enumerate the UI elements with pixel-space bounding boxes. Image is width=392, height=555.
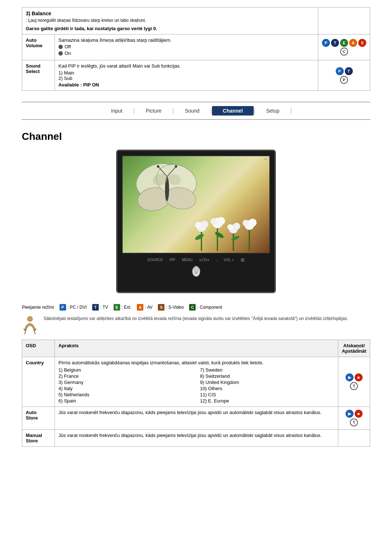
legend-s: S : S-Video [158,304,184,311]
legend-badge-t: T [92,304,99,311]
tv-controls-bar: SOURCE PIP MENU ∨CH∧ - VOL + ⊞ [122,257,270,263]
country-icons: ▶ ■ T [338,357,370,407]
country-list: 1) Belgium 7) Sweden 2) France 8) Switze… [58,367,334,404]
sound-select-items: 1) Main 2) Sub Available : PIP ON [58,70,314,88]
tv-dot [265,158,266,160]
svg-point-22 [228,224,233,230]
warning-icon-svg [22,316,38,334]
svg-point-16 [195,222,201,228]
country-item-5: 9) United Kingdom [200,380,334,385]
badge-p: P [322,39,330,47]
legend-e: E : Ext. [114,304,131,311]
legend-badge-c: C [189,304,196,311]
svg-point-33 [194,272,195,273]
auto-store-row: Auto Store Jūs varat noskenēt frekvenču … [22,407,370,430]
badge-s: S [358,39,366,47]
header-atskanot: Atskaņot/ Apstādināt [338,340,370,357]
country-label: Country [22,357,55,407]
radio-dot-off [58,45,63,49]
badge-p2: P [336,67,344,75]
auto-volume-icons: P T E A S C [318,35,370,60]
pteas-badge-group: P T E A S C [322,39,366,56]
badge-e: E [340,39,348,47]
legend-c: C : Component [189,304,222,311]
auto-store-play-badge: ▶ [346,410,354,418]
radio-dot-on [58,51,63,56]
p-badge-group: P T P [322,67,366,84]
svg-point-17 [201,220,208,228]
auto-store-badge-row1: ▶ ■ [346,410,363,418]
svg-point-23 [233,223,240,230]
header-apraksts: Apraksts [55,340,338,357]
remote-svg [190,264,203,277]
manual-store-row: Manual Store Jūs varat noskenēt frekvenč… [22,430,370,447]
svg-point-26 [249,219,257,227]
tv-vol-btn[interactable]: VOL + [224,258,234,262]
svg-point-32 [195,272,197,274]
country-item-7: 10) Others [200,386,334,391]
tv-source-btn[interactable]: SOURCE [147,258,163,262]
balance-title: 3) Balance [26,11,314,16]
svg-point-28 [214,231,224,239]
badge-c: C [340,48,348,56]
header-osd: OSD [22,340,55,357]
auto-volume-desc: Samazina skaļuma līmeņa atšķirības starp… [55,35,318,60]
tv-menu-btn[interactable]: MENU [182,258,192,262]
sound-select-icons: P T P [318,60,370,91]
country-play-badge: ▶ [346,373,354,381]
legend-badge-e: E [114,304,120,311]
auto-store-desc: Jūs varat noskenēt frekvenču diapazonu, … [55,407,338,430]
channel-table: OSD Apraksts Atskaņot/ Apstādināt Countr… [22,340,370,447]
svg-point-19 [211,218,217,225]
legend-a-desc: : AV [145,305,152,310]
butterfly-svg [134,162,199,216]
svg-point-20 [217,217,225,225]
legend-c-desc: : Component [197,305,222,310]
svg-point-8 [175,165,177,168]
nav-input[interactable]: Input [100,106,133,116]
nav-sound[interactable]: Sound [174,106,210,116]
badge-row-2: C [340,48,348,56]
legend-badge-s: S [158,304,164,311]
legend-a: A : AV [137,304,152,311]
flowers-svg [189,209,269,253]
svg-line-37 [25,331,26,334]
country-item-0: 1) Belgium [58,367,193,373]
tv-ch-btn[interactable]: ∨CH∧ [199,258,209,262]
auto-volume-label: Auto Volume [22,35,55,60]
legend-t-desc: : TV [100,305,108,310]
tv-dash: - [216,258,217,262]
auto-volume-off: Off [58,44,314,49]
country-desc: Pirms automātiskās saglabāšanas iespējas… [55,357,338,407]
auto-store-stop-badge: ■ [355,410,363,418]
country-item-8: 5) Netherlands [58,392,193,397]
nav-picture[interactable]: Picture [135,106,172,116]
badge-t2: T [345,67,353,75]
tv-frame: SOURCE PIP MENU ∨CH∧ - VOL + ⊞ [116,150,276,293]
country-row: Country Pirms automātiskās saglabāšanas … [22,357,370,407]
nav-setup[interactable]: Setup [255,106,290,116]
svg-line-38 [34,331,36,334]
tv-icon-btn[interactable]: ⊞ [241,257,245,263]
nav-channel[interactable]: Channel [212,106,254,116]
badge-row-p1: P T [336,67,353,75]
legend-p: P : PC / DVI [60,304,87,311]
badge-a: A [349,39,357,47]
svg-point-34 [197,272,199,273]
badge-p3: P [340,76,348,84]
channel-section-title: Channel [22,131,370,142]
warning-text: Sākotnējais iestatījums var atšķirties a… [44,316,348,321]
nav-sep-5: | [290,108,292,114]
country-item-10: 6) Spain [58,398,193,404]
input-legend-label: Pieejamie režīmi [22,305,54,310]
remote-icon-container [122,264,270,277]
tv-pip-btn[interactable]: PIP [170,258,175,262]
country-item-6: 4) Italy [58,386,193,391]
auto-store-icons: ▶ ■ T [338,407,370,430]
legend-t: T : TV [92,304,108,311]
country-badge-group: ▶ ■ T [342,373,366,390]
warning-note: Sākotnējais iestatījums var atšķirties a… [22,316,370,334]
balance-note: Garso galite girdėti ir tada, kai nustat… [26,26,314,31]
top-feature-table: 3) Balance : Ļauj noregulēt skaņas līdzs… [22,7,370,91]
legend-s-desc: : S-Video [166,305,184,310]
